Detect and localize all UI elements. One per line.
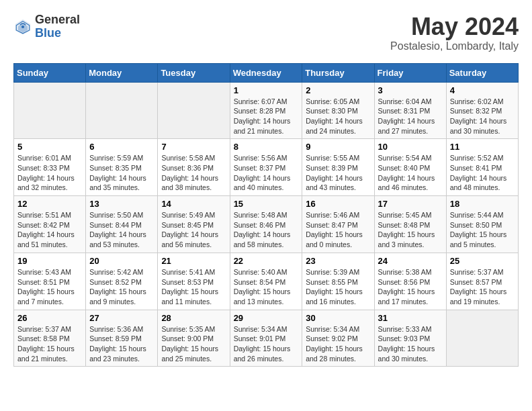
day-number: 28 — [161, 313, 226, 323]
logo: General Blue — [13, 13, 80, 40]
day-number: 22 — [234, 256, 299, 266]
day-number: 7 — [161, 142, 226, 152]
day-number: 24 — [378, 256, 443, 266]
day-number: 10 — [378, 142, 443, 152]
day-info: Sunrise: 5:55 AM Sunset: 8:39 PM Dayligh… — [306, 153, 370, 193]
page-header: General Blue May 2024 Postalesio, Lombar… — [13, 13, 519, 52]
day-info: Sunrise: 5:56 AM Sunset: 8:37 PM Dayligh… — [234, 153, 299, 193]
column-header-saturday: Saturday — [446, 63, 518, 82]
column-header-monday: Monday — [86, 63, 158, 82]
calendar-cell: 30Sunrise: 5:34 AM Sunset: 9:02 PM Dayli… — [302, 310, 374, 367]
day-info: Sunrise: 5:58 AM Sunset: 8:36 PM Dayligh… — [161, 153, 226, 193]
day-info: Sunrise: 5:48 AM Sunset: 8:46 PM Dayligh… — [234, 210, 299, 250]
day-info: Sunrise: 5:33 AM Sunset: 9:03 PM Dayligh… — [378, 324, 443, 364]
day-info: Sunrise: 5:50 AM Sunset: 8:44 PM Dayligh… — [89, 210, 154, 250]
day-number: 9 — [306, 142, 370, 152]
calendar-cell: 2Sunrise: 6:05 AM Sunset: 8:30 PM Daylig… — [302, 82, 374, 139]
day-number: 12 — [17, 199, 82, 209]
day-info: Sunrise: 5:54 AM Sunset: 8:40 PM Dayligh… — [378, 153, 443, 193]
day-number: 29 — [234, 313, 299, 323]
calendar-cell: 4Sunrise: 6:02 AM Sunset: 8:32 PM Daylig… — [446, 82, 518, 139]
day-info: Sunrise: 5:49 AM Sunset: 8:45 PM Dayligh… — [161, 210, 226, 250]
calendar-title: May 2024 — [390, 13, 519, 40]
day-number: 19 — [17, 256, 82, 266]
day-info: Sunrise: 5:42 AM Sunset: 8:52 PM Dayligh… — [89, 267, 154, 307]
title-block: May 2024 Postalesio, Lombardy, Italy — [390, 13, 519, 52]
day-number: 23 — [306, 256, 370, 266]
week-row-3: 12Sunrise: 5:51 AM Sunset: 8:42 PM Dayli… — [14, 196, 519, 253]
calendar-body: 1Sunrise: 6:07 AM Sunset: 8:28 PM Daylig… — [14, 82, 519, 367]
day-number: 27 — [89, 313, 154, 323]
calendar-cell: 17Sunrise: 5:45 AM Sunset: 8:48 PM Dayli… — [374, 196, 446, 253]
day-number: 20 — [89, 256, 154, 266]
week-row-4: 19Sunrise: 5:43 AM Sunset: 8:51 PM Dayli… — [14, 253, 519, 310]
day-info: Sunrise: 5:35 AM Sunset: 9:00 PM Dayligh… — [161, 324, 226, 364]
calendar-cell: 15Sunrise: 5:48 AM Sunset: 8:46 PM Dayli… — [230, 196, 302, 253]
day-info: Sunrise: 5:41 AM Sunset: 8:53 PM Dayligh… — [161, 267, 226, 307]
calendar-cell: 28Sunrise: 5:35 AM Sunset: 9:00 PM Dayli… — [158, 310, 230, 367]
day-number: 4 — [450, 85, 515, 95]
day-number: 18 — [450, 199, 515, 209]
calendar-table: SundayMondayTuesdayWednesdayThursdayFrid… — [13, 63, 519, 367]
day-info: Sunrise: 5:51 AM Sunset: 8:42 PM Dayligh… — [17, 210, 82, 250]
day-info: Sunrise: 5:37 AM Sunset: 8:58 PM Dayligh… — [17, 324, 82, 364]
calendar-cell: 27Sunrise: 5:36 AM Sunset: 8:59 PM Dayli… — [86, 310, 158, 367]
day-number: 1 — [234, 85, 299, 95]
day-info: Sunrise: 6:05 AM Sunset: 8:30 PM Dayligh… — [306, 97, 370, 136]
day-number: 25 — [450, 256, 515, 266]
day-number: 21 — [161, 256, 226, 266]
day-number: 30 — [306, 313, 370, 323]
day-number: 16 — [306, 199, 370, 209]
column-header-wednesday: Wednesday — [230, 63, 302, 82]
calendar-cell: 16Sunrise: 5:46 AM Sunset: 8:47 PM Dayli… — [302, 196, 374, 253]
calendar-header-row: SundayMondayTuesdayWednesdayThursdayFrid… — [14, 63, 519, 82]
logo-general: General — [35, 13, 80, 27]
column-header-tuesday: Tuesday — [158, 63, 230, 82]
day-number: 15 — [234, 199, 299, 209]
day-number: 13 — [89, 199, 154, 209]
logo-blue: Blue — [35, 27, 80, 40]
calendar-cell: 26Sunrise: 5:37 AM Sunset: 8:58 PM Dayli… — [14, 310, 86, 367]
calendar-cell: 10Sunrise: 5:54 AM Sunset: 8:40 PM Dayli… — [374, 139, 446, 196]
calendar-cell: 13Sunrise: 5:50 AM Sunset: 8:44 PM Dayli… — [86, 196, 158, 253]
day-info: Sunrise: 5:39 AM Sunset: 8:55 PM Dayligh… — [306, 267, 370, 307]
calendar-cell: 1Sunrise: 6:07 AM Sunset: 8:28 PM Daylig… — [230, 82, 302, 139]
day-info: Sunrise: 5:38 AM Sunset: 8:56 PM Dayligh… — [378, 267, 443, 307]
calendar-cell: 14Sunrise: 5:49 AM Sunset: 8:45 PM Dayli… — [158, 196, 230, 253]
calendar-cell: 3Sunrise: 6:04 AM Sunset: 8:31 PM Daylig… — [374, 82, 446, 139]
calendar-subtitle: Postalesio, Lombardy, Italy — [390, 40, 519, 52]
logo-text: General Blue — [35, 13, 80, 40]
calendar-cell: 24Sunrise: 5:38 AM Sunset: 8:56 PM Dayli… — [374, 253, 446, 310]
calendar-cell: 22Sunrise: 5:40 AM Sunset: 8:54 PM Dayli… — [230, 253, 302, 310]
day-info: Sunrise: 6:07 AM Sunset: 8:28 PM Dayligh… — [234, 97, 299, 136]
day-info: Sunrise: 6:01 AM Sunset: 8:33 PM Dayligh… — [17, 153, 82, 193]
calendar-cell: 25Sunrise: 5:37 AM Sunset: 8:57 PM Dayli… — [446, 253, 518, 310]
day-info: Sunrise: 5:43 AM Sunset: 8:51 PM Dayligh… — [17, 267, 82, 307]
day-number: 31 — [378, 313, 443, 323]
calendar-cell: 9Sunrise: 5:55 AM Sunset: 8:39 PM Daylig… — [302, 139, 374, 196]
column-header-sunday: Sunday — [14, 63, 86, 82]
day-number: 8 — [234, 142, 299, 152]
calendar-cell — [158, 82, 230, 139]
calendar-cell: 11Sunrise: 5:52 AM Sunset: 8:41 PM Dayli… — [446, 139, 518, 196]
week-row-5: 26Sunrise: 5:37 AM Sunset: 8:58 PM Dayli… — [14, 310, 519, 367]
calendar-cell: 18Sunrise: 5:44 AM Sunset: 8:50 PM Dayli… — [446, 196, 518, 253]
calendar-cell — [446, 310, 518, 367]
calendar-cell: 21Sunrise: 5:41 AM Sunset: 8:53 PM Dayli… — [158, 253, 230, 310]
calendar-cell: 19Sunrise: 5:43 AM Sunset: 8:51 PM Dayli… — [14, 253, 86, 310]
day-info: Sunrise: 5:36 AM Sunset: 8:59 PM Dayligh… — [89, 324, 154, 364]
calendar-cell: 5Sunrise: 6:01 AM Sunset: 8:33 PM Daylig… — [14, 139, 86, 196]
day-info: Sunrise: 5:45 AM Sunset: 8:48 PM Dayligh… — [378, 210, 443, 250]
logo-icon — [13, 17, 32, 36]
day-number: 2 — [306, 85, 370, 95]
day-info: Sunrise: 6:02 AM Sunset: 8:32 PM Dayligh… — [450, 97, 515, 136]
calendar-cell: 12Sunrise: 5:51 AM Sunset: 8:42 PM Dayli… — [14, 196, 86, 253]
day-info: Sunrise: 5:34 AM Sunset: 9:02 PM Dayligh… — [306, 324, 370, 364]
week-row-1: 1Sunrise: 6:07 AM Sunset: 8:28 PM Daylig… — [14, 82, 519, 139]
day-info: Sunrise: 5:52 AM Sunset: 8:41 PM Dayligh… — [450, 153, 515, 193]
column-header-friday: Friday — [374, 63, 446, 82]
column-header-thursday: Thursday — [302, 63, 374, 82]
day-info: Sunrise: 5:46 AM Sunset: 8:47 PM Dayligh… — [306, 210, 370, 250]
calendar-cell: 23Sunrise: 5:39 AM Sunset: 8:55 PM Dayli… — [302, 253, 374, 310]
calendar-cell — [14, 82, 86, 139]
